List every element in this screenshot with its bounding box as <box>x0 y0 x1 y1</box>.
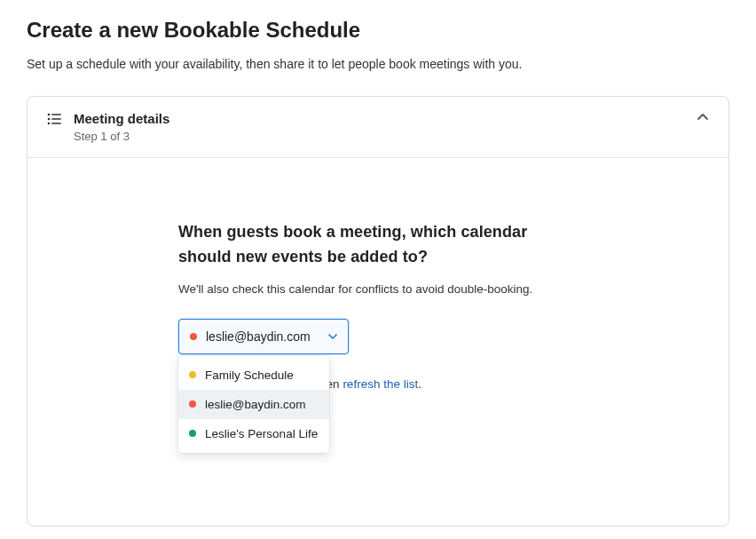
calendar-option-label: Leslie's Personal Life <box>205 427 318 440</box>
calendar-dropdown: Family Schedule leslie@baydin.com Leslie… <box>178 356 329 453</box>
calendar-color-dot <box>189 430 196 437</box>
card-body: When guests book a meeting, which calend… <box>28 158 728 526</box>
svg-point-2 <box>48 118 51 121</box>
calendar-question: When guests book a meeting, which calend… <box>178 220 551 270</box>
page-subtitle: Set up a schedule with your availability… <box>27 57 729 71</box>
list-icon <box>47 113 61 125</box>
svg-rect-1 <box>51 114 61 115</box>
calendar-option-label: leslie@baydin.com <box>205 398 306 411</box>
refresh-list-link[interactable]: refresh the list <box>343 377 418 391</box>
section-title: Meeting details <box>74 111 709 126</box>
calendar-option-label: Family Schedule <box>205 369 294 382</box>
calendar-option[interactable]: Family Schedule <box>178 361 329 390</box>
section-step: Step 1 of 3 <box>74 130 709 143</box>
svg-point-0 <box>48 114 51 116</box>
caret-down-icon <box>328 334 337 339</box>
calendar-color-dot <box>189 400 196 408</box>
meeting-details-card: Meeting details Step 1 of 3 When guests … <box>27 96 729 527</box>
svg-point-4 <box>48 123 51 125</box>
calendar-select-value: leslie@baydin.com <box>206 329 311 344</box>
calendar-color-dot <box>189 371 196 378</box>
chevron-up-icon <box>697 111 709 123</box>
calendar-option[interactable]: Leslie's Personal Life <box>178 419 329 448</box>
calendar-hint: We'll also check this calendar for confl… <box>178 282 578 296</box>
calendar-option[interactable]: leslie@baydin.com <box>178 390 329 419</box>
calendar-select[interactable]: leslie@baydin.com <box>178 319 349 354</box>
page-title: Create a new Bookable Schedule <box>27 18 729 43</box>
calendar-color-dot <box>190 333 197 340</box>
card-header[interactable]: Meeting details Step 1 of 3 <box>28 97 728 158</box>
svg-rect-3 <box>51 118 61 120</box>
svg-rect-5 <box>51 123 61 124</box>
